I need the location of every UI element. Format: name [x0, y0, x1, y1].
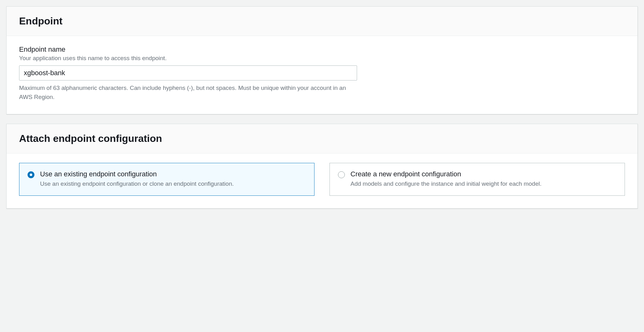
option-create-new-title: Create a new endpoint configuration: [350, 170, 616, 178]
option-create-new[interactable]: Create a new endpoint configuration Add …: [330, 163, 625, 196]
radio-icon: [28, 171, 34, 178]
config-option-tiles: Use an existing endpoint configuration U…: [19, 163, 625, 196]
endpoint-panel-body: Endpoint name Your application uses this…: [7, 36, 637, 114]
endpoint-name-input[interactable]: [19, 65, 357, 80]
endpoint-name-constraint: Maximum of 63 alphanumeric characters. C…: [19, 84, 357, 101]
attach-config-panel-header: Attach endpoint configuration: [7, 124, 637, 153]
radio-icon: [338, 171, 345, 178]
attach-config-panel-body: Use an existing endpoint configuration U…: [7, 153, 637, 208]
option-use-existing[interactable]: Use an existing endpoint configuration U…: [19, 163, 314, 196]
option-create-new-content: Create a new endpoint configuration Add …: [350, 170, 616, 189]
option-use-existing-description: Use an existing endpoint configuration o…: [40, 179, 306, 189]
endpoint-name-description: Your application uses this name to acces…: [19, 55, 625, 62]
attach-config-panel-title: Attach endpoint configuration: [19, 133, 625, 144]
option-create-new-description: Add models and configure the instance an…: [350, 179, 616, 189]
endpoint-name-label: Endpoint name: [19, 45, 625, 54]
option-use-existing-title: Use an existing endpoint configuration: [40, 170, 306, 178]
endpoint-panel-title: Endpoint: [19, 15, 625, 27]
endpoint-panel: Endpoint Endpoint name Your application …: [6, 6, 638, 114]
attach-config-panel: Attach endpoint configuration Use an exi…: [6, 124, 638, 209]
option-use-existing-content: Use an existing endpoint configuration U…: [40, 170, 306, 189]
endpoint-panel-header: Endpoint: [7, 7, 637, 36]
